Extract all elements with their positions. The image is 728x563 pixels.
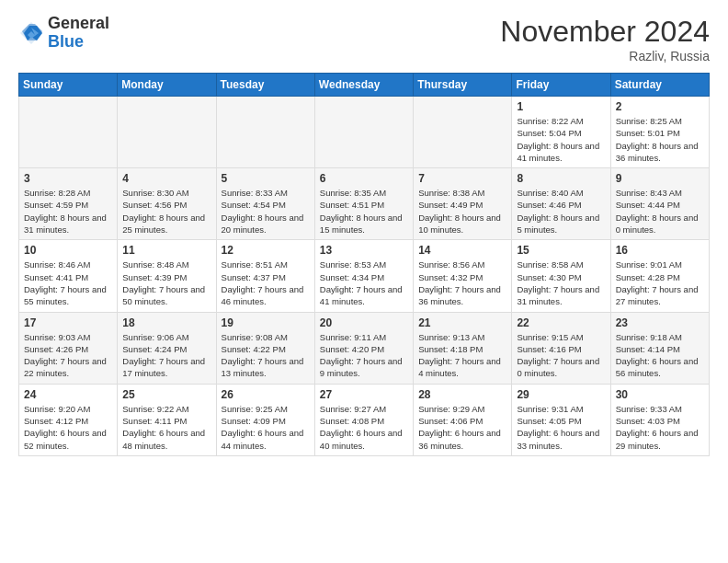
calendar-day-cell: 15Sunrise: 8:58 AM Sunset: 4:30 PM Dayli… — [512, 240, 610, 312]
day-info: Sunrise: 9:33 AM Sunset: 4:03 PM Dayligh… — [616, 403, 704, 452]
calendar-day-cell: 3Sunrise: 8:28 AM Sunset: 4:59 PM Daylig… — [19, 168, 118, 240]
day-number: 11 — [122, 244, 210, 257]
day-number: 21 — [418, 316, 506, 329]
calendar-table: SundayMondayTuesdayWednesdayThursdayFrid… — [18, 73, 710, 456]
day-number: 15 — [517, 244, 605, 257]
day-number: 25 — [122, 388, 210, 401]
calendar-day-cell: 17Sunrise: 9:03 AM Sunset: 4:26 PM Dayli… — [19, 312, 118, 384]
calendar-day-cell: 10Sunrise: 8:46 AM Sunset: 4:41 PM Dayli… — [19, 240, 118, 312]
day-number: 3 — [24, 172, 112, 185]
calendar-day-cell: 7Sunrise: 8:38 AM Sunset: 4:49 PM Daylig… — [414, 168, 512, 240]
day-number: 1 — [517, 100, 605, 113]
day-info: Sunrise: 8:33 AM Sunset: 4:54 PM Dayligh… — [222, 187, 310, 236]
calendar-day-header: Monday — [118, 74, 216, 97]
day-info: Sunrise: 8:30 AM Sunset: 4:56 PM Dayligh… — [122, 187, 210, 236]
calendar-day-cell: 12Sunrise: 8:51 AM Sunset: 4:37 PM Dayli… — [216, 240, 314, 312]
calendar-day-cell: 2Sunrise: 8:25 AM Sunset: 5:01 PM Daylig… — [610, 97, 709, 168]
calendar-day-cell: 14Sunrise: 8:56 AM Sunset: 4:32 PM Dayli… — [414, 240, 512, 312]
calendar-day-cell — [314, 97, 413, 168]
day-number: 13 — [320, 244, 408, 257]
day-info: Sunrise: 9:22 AM Sunset: 4:11 PM Dayligh… — [122, 403, 210, 452]
day-info: Sunrise: 9:31 AM Sunset: 4:05 PM Dayligh… — [517, 403, 605, 452]
logo-blue: Blue — [48, 33, 109, 52]
calendar-day-cell — [414, 97, 512, 168]
day-info: Sunrise: 9:13 AM Sunset: 4:18 PM Dayligh… — [418, 331, 506, 380]
calendar-day-cell: 1Sunrise: 8:22 AM Sunset: 5:04 PM Daylig… — [512, 97, 610, 168]
day-number: 30 — [616, 388, 704, 401]
calendar-day-cell: 30Sunrise: 9:33 AM Sunset: 4:03 PM Dayli… — [610, 384, 709, 455]
day-number: 28 — [418, 388, 506, 401]
month-title: November 2024 — [500, 15, 710, 49]
calendar-day-cell — [19, 97, 118, 168]
day-number: 20 — [320, 316, 408, 329]
calendar-week-row: 10Sunrise: 8:46 AM Sunset: 4:41 PM Dayli… — [19, 240, 710, 312]
logo: General Blue — [18, 15, 109, 52]
calendar-day-cell: 26Sunrise: 9:25 AM Sunset: 4:09 PM Dayli… — [216, 384, 314, 455]
calendar-day-header: Saturday — [610, 74, 709, 97]
day-number: 2 — [616, 100, 704, 113]
calendar-day-cell: 9Sunrise: 8:43 AM Sunset: 4:44 PM Daylig… — [610, 168, 709, 240]
calendar-day-cell: 5Sunrise: 8:33 AM Sunset: 4:54 PM Daylig… — [216, 168, 314, 240]
header: General Blue November 2024 Razliv, Russi… — [18, 15, 710, 63]
calendar-day-cell — [216, 97, 314, 168]
day-number: 4 — [122, 172, 210, 185]
calendar-day-cell: 28Sunrise: 9:29 AM Sunset: 4:06 PM Dayli… — [414, 384, 512, 455]
day-info: Sunrise: 8:35 AM Sunset: 4:51 PM Dayligh… — [320, 187, 408, 236]
calendar-day-cell: 25Sunrise: 9:22 AM Sunset: 4:11 PM Dayli… — [118, 384, 216, 455]
day-info: Sunrise: 8:56 AM Sunset: 4:32 PM Dayligh… — [418, 259, 506, 307]
day-info: Sunrise: 8:25 AM Sunset: 5:01 PM Dayligh… — [616, 115, 704, 164]
day-info: Sunrise: 9:25 AM Sunset: 4:09 PM Dayligh… — [222, 403, 310, 452]
calendar-week-row: 17Sunrise: 9:03 AM Sunset: 4:26 PM Dayli… — [19, 312, 710, 384]
day-number: 27 — [320, 388, 408, 401]
calendar-day-header: Tuesday — [216, 74, 314, 97]
day-info: Sunrise: 9:03 AM Sunset: 4:26 PM Dayligh… — [24, 331, 112, 380]
day-number: 24 — [24, 388, 112, 401]
calendar-day-header: Friday — [512, 74, 610, 97]
calendar-day-header: Sunday — [19, 74, 118, 97]
calendar-day-cell: 4Sunrise: 8:30 AM Sunset: 4:56 PM Daylig… — [118, 168, 216, 240]
day-info: Sunrise: 9:15 AM Sunset: 4:16 PM Dayligh… — [517, 331, 605, 380]
calendar-day-cell: 29Sunrise: 9:31 AM Sunset: 4:05 PM Dayli… — [512, 384, 610, 455]
day-number: 6 — [320, 172, 408, 185]
day-info: Sunrise: 9:01 AM Sunset: 4:28 PM Dayligh… — [616, 259, 704, 307]
location: Razliv, Russia — [500, 49, 710, 63]
day-info: Sunrise: 9:18 AM Sunset: 4:14 PM Dayligh… — [616, 331, 704, 380]
day-info: Sunrise: 8:51 AM Sunset: 4:37 PM Dayligh… — [222, 259, 310, 307]
day-number: 12 — [222, 244, 310, 257]
logo-icon — [18, 20, 44, 46]
day-info: Sunrise: 8:58 AM Sunset: 4:30 PM Dayligh… — [517, 259, 605, 307]
day-number: 16 — [616, 244, 704, 257]
calendar-day-cell: 24Sunrise: 9:20 AM Sunset: 4:12 PM Dayli… — [19, 384, 118, 455]
day-number: 7 — [418, 172, 506, 185]
day-info: Sunrise: 9:27 AM Sunset: 4:08 PM Dayligh… — [320, 403, 408, 452]
day-info: Sunrise: 8:43 AM Sunset: 4:44 PM Dayligh… — [616, 187, 704, 236]
day-number: 19 — [222, 316, 310, 329]
day-info: Sunrise: 9:06 AM Sunset: 4:24 PM Dayligh… — [122, 331, 210, 380]
day-number: 29 — [517, 388, 605, 401]
day-number: 5 — [222, 172, 310, 185]
calendar-header-row: SundayMondayTuesdayWednesdayThursdayFrid… — [19, 74, 710, 97]
day-info: Sunrise: 8:48 AM Sunset: 4:39 PM Dayligh… — [122, 259, 210, 307]
calendar-day-cell: 13Sunrise: 8:53 AM Sunset: 4:34 PM Dayli… — [314, 240, 413, 312]
calendar-day-header: Thursday — [414, 74, 512, 97]
day-info: Sunrise: 8:46 AM Sunset: 4:41 PM Dayligh… — [24, 259, 112, 307]
day-info: Sunrise: 9:08 AM Sunset: 4:22 PM Dayligh… — [222, 331, 310, 380]
calendar-day-cell: 23Sunrise: 9:18 AM Sunset: 4:14 PM Dayli… — [610, 312, 709, 384]
calendar-day-cell: 16Sunrise: 9:01 AM Sunset: 4:28 PM Dayli… — [610, 240, 709, 312]
day-info: Sunrise: 9:20 AM Sunset: 4:12 PM Dayligh… — [24, 403, 112, 452]
day-info: Sunrise: 8:22 AM Sunset: 5:04 PM Dayligh… — [517, 115, 605, 164]
day-number: 9 — [616, 172, 704, 185]
day-info: Sunrise: 8:53 AM Sunset: 4:34 PM Dayligh… — [320, 259, 408, 307]
day-number: 8 — [517, 172, 605, 185]
day-number: 26 — [222, 388, 310, 401]
calendar-day-cell: 6Sunrise: 8:35 AM Sunset: 4:51 PM Daylig… — [314, 168, 413, 240]
logo-text: General Blue — [48, 15, 109, 52]
day-info: Sunrise: 9:11 AM Sunset: 4:20 PM Dayligh… — [320, 331, 408, 380]
day-number: 10 — [24, 244, 112, 257]
calendar-day-header: Wednesday — [314, 74, 413, 97]
day-number: 23 — [616, 316, 704, 329]
calendar-week-row: 1Sunrise: 8:22 AM Sunset: 5:04 PM Daylig… — [19, 97, 710, 168]
day-info: Sunrise: 9:29 AM Sunset: 4:06 PM Dayligh… — [418, 403, 506, 452]
day-number: 18 — [122, 316, 210, 329]
calendar-week-row: 3Sunrise: 8:28 AM Sunset: 4:59 PM Daylig… — [19, 168, 710, 240]
